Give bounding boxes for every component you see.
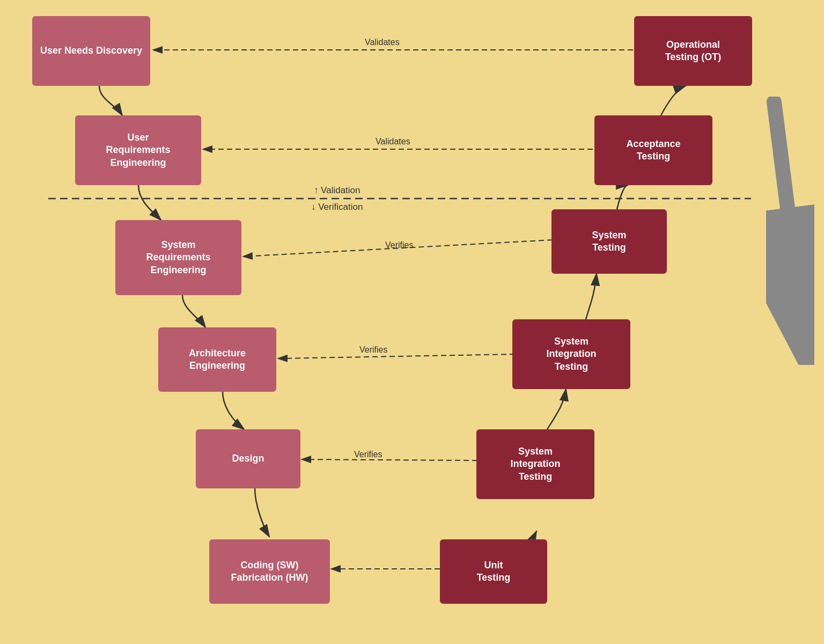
diagram-svg <box>0 0 824 644</box>
user-req-box: UserRequirementsEngineering <box>75 115 201 185</box>
validates1-label: Validates <box>365 38 400 47</box>
sit1-box: SystemIntegrationTesting <box>512 319 630 389</box>
unit-testing-box: UnitTesting <box>440 539 547 604</box>
shift-left-svg: Traditinal Shift Left <box>766 97 814 365</box>
svg-line-7 <box>301 459 477 460</box>
coding-box: Coding (SW)Fabrication (HW) <box>209 539 330 604</box>
verifies3-label: Verifies <box>354 450 382 459</box>
sys-req-box: SystemRequirementsEngineering <box>115 220 241 295</box>
design-box: Design <box>196 429 300 488</box>
acceptance-box: AcceptanceTesting <box>594 115 712 185</box>
user-needs-box: User Needs Discovery <box>32 16 150 86</box>
verifies1-label: Verifies <box>385 240 413 250</box>
op-testing-box: OperationalTesting (OT) <box>634 16 752 86</box>
arch-eng-box: ArchitectureEngineering <box>158 327 276 392</box>
diagram-container: User Needs Discovery UserRequirementsEng… <box>0 0 824 644</box>
validates2-label: Validates <box>376 137 410 147</box>
svg-line-11 <box>774 102 806 357</box>
verifies2-label: Verifies <box>359 345 387 355</box>
sys-testing-box: SystemTesting <box>551 209 667 274</box>
validation-verification-label: ↑ Validation ↓ Verification <box>311 182 363 215</box>
svg-line-6 <box>278 354 515 358</box>
shift-left-container: Traditinal Shift Left <box>766 97 814 365</box>
sit2-box: SystemIntegrationTesting <box>476 429 594 499</box>
